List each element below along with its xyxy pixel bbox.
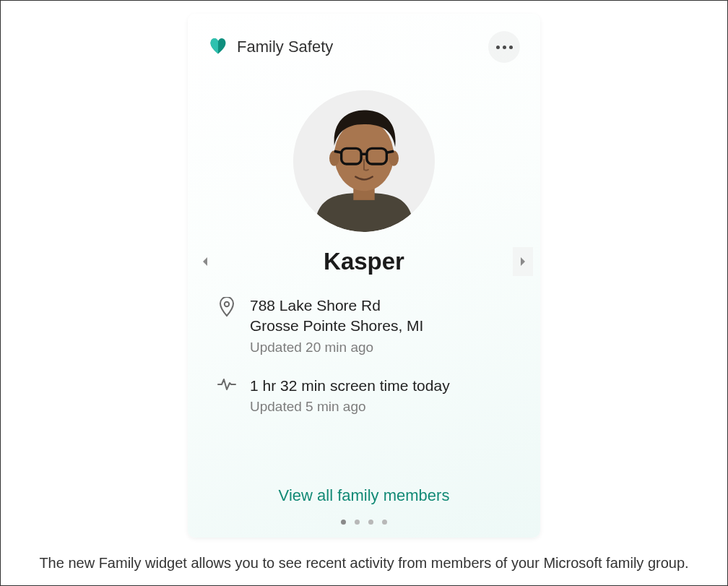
location-pin-icon: [217, 296, 237, 317]
screen-time-text: 1 hr 32 min screen time today Updated 5 …: [250, 376, 450, 415]
page-dot[interactable]: [355, 520, 360, 525]
widget-header: Family Safety: [208, 31, 520, 63]
member-name-row: Kasper: [208, 248, 520, 275]
avatar-container: [208, 90, 520, 232]
widget-title: Family Safety: [237, 38, 333, 56]
page-dot[interactable]: [382, 520, 387, 525]
page-dot[interactable]: [341, 520, 346, 525]
screen-time-row[interactable]: 1 hr 32 min screen time today Updated 5 …: [217, 376, 520, 415]
screen-time-value: 1 hr 32 min screen time today: [250, 376, 450, 396]
location-row[interactable]: 788 Lake Shore Rd Grosse Pointe Shores, …: [217, 296, 520, 356]
member-info: 788 Lake Shore Rd Grosse Pointe Shores, …: [208, 296, 520, 415]
next-member-button[interactable]: [513, 247, 533, 276]
svg-line-9: [334, 151, 342, 152]
more-options-button[interactable]: [488, 31, 520, 63]
location-line2: Grosse Pointe Shores, MI: [250, 316, 423, 336]
location-updated: Updated 20 min ago: [250, 340, 423, 356]
screen-time-updated: Updated 5 min ago: [250, 399, 450, 415]
member-avatar[interactable]: [293, 90, 435, 232]
figure-caption: The new Family widget allows you to see …: [25, 555, 703, 572]
view-all-family-link[interactable]: View all family members: [208, 486, 520, 511]
pagination-dots[interactable]: [208, 520, 520, 525]
svg-point-11: [225, 302, 229, 306]
location-line1: 788 Lake Shore Rd: [250, 296, 423, 316]
location-text: 788 Lake Shore Rd Grosse Pointe Shores, …: [250, 296, 423, 356]
family-safety-heart-icon: [208, 35, 228, 59]
activity-pulse-icon: [217, 376, 237, 392]
widget-brand: Family Safety: [208, 35, 333, 59]
previous-member-button[interactable]: [195, 247, 215, 276]
svg-line-10: [386, 151, 394, 152]
member-name: Kasper: [324, 248, 404, 275]
family-safety-widget: Family Safety: [188, 14, 540, 538]
page-dot[interactable]: [368, 520, 373, 525]
